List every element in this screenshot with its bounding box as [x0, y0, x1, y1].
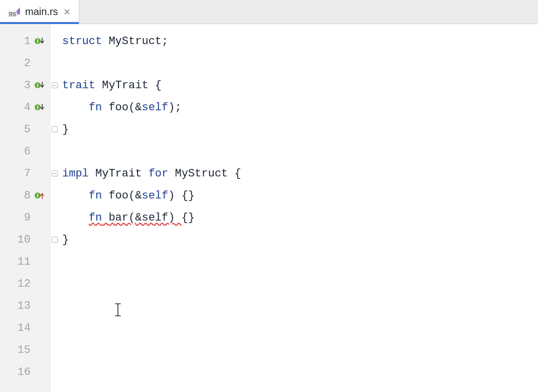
line-number: 11 [16, 256, 31, 268]
code-line [59, 52, 538, 74]
code-area[interactable]: struct MyStruct; trait MyTrait { fn foo(… [59, 24, 538, 392]
line-number: 14 [16, 322, 31, 334]
line-number: 10 [16, 234, 31, 246]
code-line [59, 317, 538, 339]
svg-text:I: I [37, 39, 39, 44]
line-number: 7 [16, 167, 31, 180]
code-line: trait MyTrait { [59, 74, 538, 96]
code-line: } [59, 118, 538, 140]
code-line [59, 295, 538, 317]
code-line [59, 251, 538, 273]
line-number: 8 [16, 189, 31, 202]
fold-gutter [50, 24, 59, 392]
fold-open-icon[interactable] [52, 170, 58, 176]
implements-up-icon[interactable]: I [34, 189, 46, 202]
code-line [59, 273, 538, 295]
implements-down-icon[interactable]: I [34, 79, 46, 91]
tab-filename: main.rs [25, 6, 58, 18]
line-number: 5 [16, 123, 31, 136]
code-line: fn bar(&self) {} [59, 207, 538, 229]
svg-text:I: I [37, 193, 39, 199]
editor-window: RS main.rs ✕ 1I 2 3I 4I 5 6 7 8I 9 10 11… [0, 0, 538, 392]
code-line: fn foo(&self); [59, 96, 538, 118]
line-number: 6 [16, 145, 31, 158]
tab-bar: RS main.rs ✕ [0, 0, 538, 24]
rust-file-icon: RS [8, 8, 20, 17]
line-number: 2 [16, 57, 31, 70]
editor-area: 1I 2 3I 4I 5 6 7 8I 9 10 11 12 13 14 15 … [0, 24, 538, 392]
svg-text:I: I [37, 105, 39, 110]
tab-main-rs[interactable]: RS main.rs ✕ [0, 0, 79, 24]
fold-open-icon[interactable] [52, 82, 58, 88]
line-number: 15 [16, 344, 31, 356]
code-line: impl MyTrait for MyStruct { [59, 162, 538, 184]
code-line: } [59, 229, 538, 251]
code-line: fn foo(&self) {} [59, 184, 538, 207]
implements-down-icon[interactable]: I [34, 35, 46, 47]
fold-close-icon[interactable] [52, 126, 58, 132]
code-line [59, 140, 538, 162]
fold-close-icon[interactable] [52, 237, 58, 243]
close-icon[interactable]: ✕ [63, 7, 71, 18]
line-number: 12 [16, 278, 31, 290]
line-number: 13 [16, 300, 31, 312]
line-number: 4 [16, 101, 31, 114]
code-line [59, 361, 538, 383]
line-number: 16 [16, 366, 31, 378]
code-line: struct MyStruct; [59, 30, 538, 52]
line-number: 1 [16, 35, 31, 48]
implements-down-icon[interactable]: I [34, 101, 46, 113]
code-line [59, 339, 538, 361]
svg-text:I: I [37, 83, 39, 88]
line-number: 9 [16, 212, 31, 224]
line-number: 3 [16, 79, 31, 92]
gutter: 1I 2 3I 4I 5 6 7 8I 9 10 11 12 13 14 15 … [0, 24, 50, 392]
